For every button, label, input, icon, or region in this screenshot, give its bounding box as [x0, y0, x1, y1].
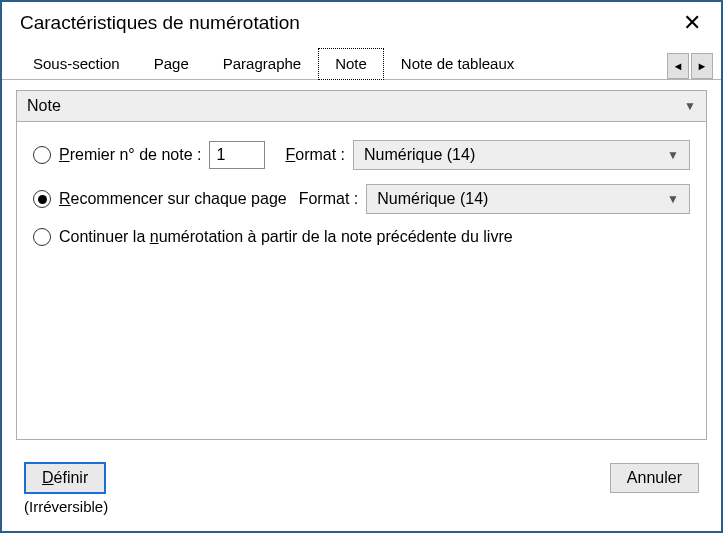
dialog-footer: Définir Annuler (Irréversible)	[2, 452, 721, 531]
restart-format-value: Numérique (14)	[377, 190, 488, 208]
first-number-label: Premier n° de note :	[59, 146, 201, 164]
options-panel: Premier n° de note : Format : Numérique …	[16, 122, 707, 440]
tab-sous-section[interactable]: Sous-section	[16, 48, 137, 80]
chevron-down-icon: ▼	[667, 192, 679, 206]
tab-note-de-tableaux[interactable]: Note de tableaux	[384, 48, 531, 80]
chevron-down-icon: ▼	[684, 99, 696, 113]
cancel-button[interactable]: Annuler	[610, 463, 699, 493]
tab-paragraphe[interactable]: Paragraphe	[206, 48, 318, 80]
dialog-title: Caractéristiques de numérotation	[20, 12, 300, 34]
first-number-input[interactable]	[209, 141, 265, 169]
radio-continue-from-book[interactable]	[33, 228, 51, 246]
option-restart-each-page: Recommencer sur chaque page Format : Num…	[33, 184, 690, 214]
first-format-label: Format :	[285, 146, 345, 164]
note-type-value: Note	[27, 97, 61, 115]
first-format-value: Numérique (14)	[364, 146, 475, 164]
dialog-window: Caractéristiques de numérotation ✕ Sous-…	[0, 0, 723, 533]
tab-page[interactable]: Page	[137, 48, 206, 80]
tab-scroll-buttons: ◄ ►	[667, 53, 713, 79]
option-first-number: Premier n° de note : Format : Numérique …	[33, 140, 690, 170]
note-type-select[interactable]: Note ▼	[16, 90, 707, 122]
tab-strip: Sous-section Page Paragraphe Note Note d…	[2, 46, 721, 80]
radio-first-number[interactable]	[33, 146, 51, 164]
irreversible-note: (Irréversible)	[24, 498, 699, 515]
continue-label: Continuer la numérotation à partir de la…	[59, 228, 513, 246]
define-button[interactable]: Définir	[24, 462, 106, 494]
tab-scroll-left-icon[interactable]: ◄	[667, 53, 689, 79]
tab-content: Note ▼ Premier n° de note : Format : Num…	[2, 80, 721, 452]
restart-format-label: Format :	[299, 190, 359, 208]
option-continue-from-book: Continuer la numérotation à partir de la…	[33, 228, 690, 246]
footer-buttons: Définir Annuler	[24, 462, 699, 494]
chevron-down-icon: ▼	[667, 148, 679, 162]
restart-label: Recommencer sur chaque page	[59, 190, 287, 208]
radio-restart-each-page[interactable]	[33, 190, 51, 208]
first-format-select[interactable]: Numérique (14) ▼	[353, 140, 690, 170]
tab-note[interactable]: Note	[318, 48, 384, 80]
titlebar: Caractéristiques de numérotation ✕	[2, 2, 721, 46]
close-icon[interactable]: ✕	[677, 10, 707, 36]
tab-scroll-right-icon[interactable]: ►	[691, 53, 713, 79]
restart-format-select[interactable]: Numérique (14) ▼	[366, 184, 690, 214]
